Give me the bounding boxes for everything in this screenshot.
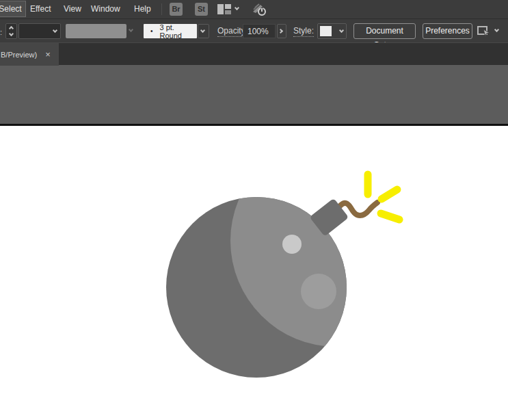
workspace-icon-left-pane bbox=[217, 4, 224, 14]
bomb-shine-small[interactable] bbox=[282, 235, 302, 254]
menu-view[interactable]: View bbox=[64, 0, 81, 18]
menu-effect[interactable]: Effect bbox=[30, 0, 51, 18]
document-tab-bar: B/Preview) × bbox=[0, 42, 508, 65]
gpu-performance-icon[interactable] bbox=[252, 2, 267, 17]
preferences-button[interactable]: Preferences bbox=[423, 23, 472, 39]
menu-help[interactable]: Help bbox=[134, 0, 151, 18]
stock-icon[interactable]: St bbox=[195, 3, 208, 16]
style-dropdown[interactable] bbox=[317, 23, 347, 39]
pasteboard[interactable] bbox=[0, 65, 508, 124]
menu-bar: Select Effect View Window Help Br St bbox=[0, 0, 508, 18]
workspace-chevron-down-icon[interactable] bbox=[235, 5, 239, 10]
style-swatch bbox=[320, 26, 332, 36]
bomb-illustration[interactable] bbox=[0, 126, 508, 420]
arrange-documents-icon[interactable] bbox=[477, 25, 492, 38]
width-profile-swatch[interactable] bbox=[66, 24, 126, 38]
bomb-shine-large[interactable] bbox=[301, 274, 336, 309]
arrange-documents-chevron-icon[interactable] bbox=[494, 27, 499, 32]
menu-divider bbox=[161, 3, 162, 15]
width-profile-chevron-down-icon[interactable] bbox=[129, 27, 133, 32]
workspace-switcher-icon[interactable] bbox=[217, 4, 231, 14]
spark-ray-middle[interactable] bbox=[382, 189, 397, 199]
opacity-expand-button[interactable] bbox=[277, 24, 286, 38]
stepper-down-icon[interactable] bbox=[9, 31, 14, 36]
brush-name: 3 pt. Round bbox=[160, 23, 197, 40]
document-tab[interactable]: B/Preview) × bbox=[0, 43, 59, 66]
brush-chevron-down-icon bbox=[200, 28, 205, 33]
opacity-expand-chevron-icon bbox=[278, 29, 283, 34]
spark-ray-bottom[interactable] bbox=[381, 213, 399, 220]
stroke-weight-chevron-down-icon bbox=[53, 28, 57, 33]
brush-bullet-icon: • bbox=[150, 27, 153, 35]
bomb-highlight[interactable] bbox=[230, 135, 442, 347]
clipped-label-fragment: : bbox=[0, 28, 2, 35]
workspace-icon-top-pane bbox=[225, 4, 231, 9]
document-setup-button[interactable]: Document Setup bbox=[353, 23, 416, 39]
style-label[interactable]: Style: bbox=[293, 26, 314, 37]
document-tab-title: B/Preview) bbox=[0, 51, 37, 59]
brush-definition-dropdown[interactable]: • 3 pt. Round bbox=[144, 24, 197, 38]
bridge-icon[interactable]: Br bbox=[170, 3, 183, 16]
opacity-input[interactable]: 100% bbox=[243, 24, 276, 38]
menu-select[interactable]: Select bbox=[0, 1, 25, 16]
control-bar: : • 3 pt. Round Opacity: 100% Style: Doc… bbox=[0, 18, 508, 42]
stroke-weight-dropdown[interactable] bbox=[18, 23, 61, 39]
workspace-icon-bottom-pane bbox=[225, 10, 231, 14]
style-chevron-down-icon bbox=[339, 28, 344, 33]
stroke-weight-stepper[interactable] bbox=[5, 23, 17, 39]
tab-close-icon[interactable]: × bbox=[45, 50, 51, 59]
stepper-up-icon[interactable] bbox=[9, 26, 14, 31]
brush-dropdown-button[interactable] bbox=[198, 24, 209, 38]
menu-window[interactable]: Window bbox=[91, 0, 120, 18]
artboard-canvas[interactable] bbox=[0, 126, 508, 420]
